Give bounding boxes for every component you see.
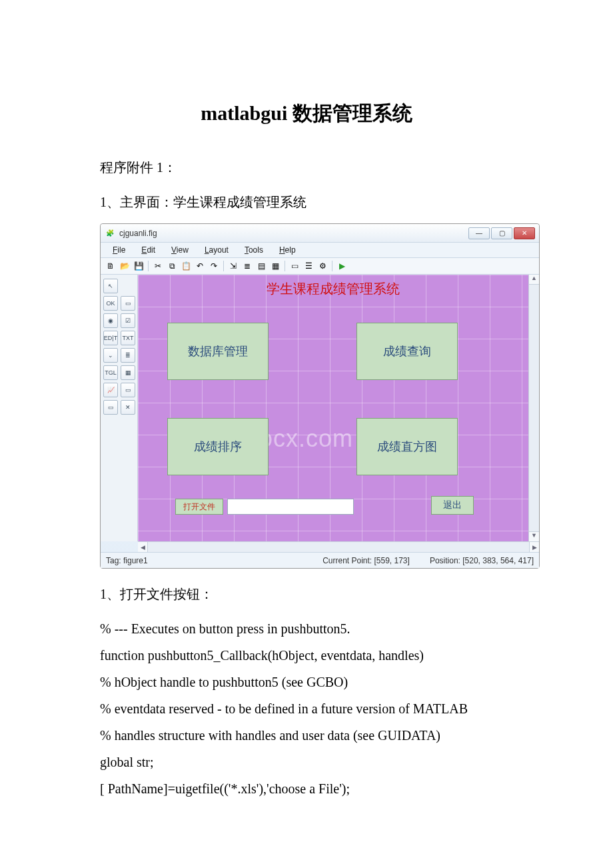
- menu-file[interactable]: File: [105, 244, 133, 256]
- code-line: % handles structure with handles and use…: [100, 722, 513, 749]
- statusbar: Tag: figure1 Current Point: [559, 173] P…: [101, 552, 539, 568]
- code-line: % eventdata reserved - to be defined in …: [100, 695, 513, 722]
- checkbox-tool-icon[interactable]: ☑: [121, 313, 135, 328]
- save-icon[interactable]: 💾: [133, 260, 145, 272]
- menu-layout[interactable]: Layout: [197, 244, 237, 256]
- run-icon[interactable]: ▶: [336, 260, 348, 272]
- distribute-icon[interactable]: ≣: [241, 260, 253, 272]
- section-open-button: 1、打开文件按钮：: [100, 581, 513, 607]
- design-canvas[interactable]: 学生课程成绩管理系统 数据库管理 成绩查询 www.bdocx.com 成绩排序…: [138, 275, 539, 541]
- vertical-scrollbar[interactable]: [528, 275, 539, 541]
- code-line: [ PathName]=uigetfile(('*.xls'),'choose …: [100, 775, 513, 802]
- open-file-button[interactable]: 打开文件: [175, 499, 223, 515]
- slider-tool-icon[interactable]: ▭: [121, 296, 135, 311]
- code-line: global str;: [100, 749, 513, 775]
- status-tag: Tag: figure1: [106, 556, 148, 565]
- client-area: ↖ OK ▭ ◉ ☑ ED|T TXT ⌄ ≣ TGL ▦ 📈 ▭ ▭ ✕ 学生…: [101, 275, 539, 541]
- score-hist-button[interactable]: 成绩直方图: [356, 418, 458, 475]
- edit-tool-icon[interactable]: ED|T: [103, 331, 118, 345]
- horizontal-scrollbar[interactable]: [138, 541, 539, 552]
- listbox-tool-icon[interactable]: ≣: [121, 348, 135, 363]
- maximize-button[interactable]: ▢: [491, 227, 512, 239]
- section-main-ui: 1、主界面：学生课程成绩管理系统: [100, 189, 513, 215]
- score-query-button[interactable]: 成绩查询: [356, 323, 458, 380]
- menu-editor-icon[interactable]: ▤: [255, 260, 267, 272]
- app-icon: 🧩: [105, 228, 115, 239]
- menubar: File Edit View Layout Tools Help: [101, 243, 539, 258]
- buttongroup-tool-icon[interactable]: ▭: [103, 400, 118, 415]
- panel-tool-icon[interactable]: ▭: [121, 383, 135, 397]
- object-browser-icon[interactable]: ⚙: [316, 260, 328, 272]
- guide-window: 🧩 cjguanli.fig — ▢ ✕ File Edit View Layo…: [100, 223, 540, 569]
- exit-button[interactable]: 退出: [431, 496, 474, 515]
- radio-tool-icon[interactable]: ◉: [103, 313, 118, 328]
- redo-icon[interactable]: ↷: [208, 260, 220, 272]
- code-line: function pushbutton5_Callback(hObject, e…: [100, 642, 513, 669]
- undo-icon[interactable]: ↶: [194, 260, 206, 272]
- align-icon[interactable]: ⇲: [227, 260, 239, 272]
- menu-edit[interactable]: Edit: [133, 244, 163, 256]
- minimize-button[interactable]: —: [468, 227, 490, 239]
- property-editor-icon[interactable]: ☰: [303, 260, 314, 272]
- window-title: cjguanli.fig: [119, 229, 467, 238]
- page-title: matlabgui 数据管理系统: [100, 100, 513, 127]
- code-line: % hObject handle to pushbutton5 (see GCB…: [100, 669, 513, 695]
- paste-icon[interactable]: 📋: [180, 260, 192, 272]
- pushbutton-tool-icon[interactable]: OK: [103, 296, 118, 311]
- toggle-tool-icon[interactable]: TGL: [103, 365, 118, 380]
- toolbar-editor-icon[interactable]: ▭: [289, 260, 301, 272]
- cut-icon[interactable]: ✂: [152, 260, 164, 272]
- status-position: Position: [520, 383, 564, 417]: [430, 556, 534, 565]
- copy-icon[interactable]: ⧉: [166, 260, 178, 272]
- new-icon[interactable]: 🗎: [105, 260, 117, 272]
- file-path-input[interactable]: [227, 499, 354, 515]
- close-button[interactable]: ✕: [514, 227, 535, 239]
- code-line: % --- Executes on button press in pushbu…: [100, 615, 513, 642]
- menu-view[interactable]: View: [163, 244, 197, 256]
- axes-tool-icon[interactable]: 📈: [103, 383, 118, 397]
- db-manage-button[interactable]: 数据库管理: [167, 323, 269, 380]
- titlebar: 🧩 cjguanli.fig — ▢ ✕: [101, 224, 539, 243]
- status-current-point: Current Point: [559, 173]: [322, 556, 410, 565]
- activex-tool-icon[interactable]: ✕: [121, 400, 135, 415]
- appendix-label: 程序附件 1：: [100, 154, 513, 181]
- menu-tools[interactable]: Tools: [237, 244, 271, 256]
- tab-editor-icon[interactable]: ▦: [269, 260, 281, 272]
- toolbar: 🗎 📂 💾 ✂ ⧉ 📋 ↶ ↷ ⇲ ≣ ▤ ▦ ▭ ☰ ⚙ ▶: [101, 258, 539, 275]
- menu-help[interactable]: Help: [271, 244, 304, 256]
- open-icon[interactable]: 📂: [119, 260, 131, 272]
- text-tool-icon[interactable]: TXT: [121, 331, 135, 345]
- score-sort-button[interactable]: 成绩排序: [167, 418, 269, 475]
- system-title-text: 学生课程成绩管理系统: [138, 275, 528, 303]
- popup-tool-icon[interactable]: ⌄: [103, 348, 118, 363]
- select-tool-icon[interactable]: ↖: [103, 279, 118, 293]
- table-tool-icon[interactable]: ▦: [121, 365, 135, 380]
- control-palette: ↖ OK ▭ ◉ ☑ ED|T TXT ⌄ ≣ TGL ▦ 📈 ▭ ▭ ✕: [101, 275, 138, 541]
